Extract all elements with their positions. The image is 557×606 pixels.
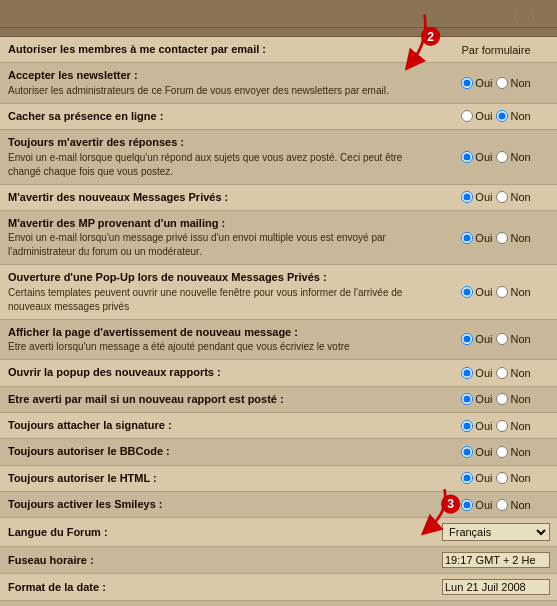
radio-oui-bbcode[interactable] — [461, 446, 473, 458]
table-row: Fuseau horaire : — [0, 547, 557, 574]
input-fuseau[interactable] — [442, 552, 550, 568]
radio-non-label[interactable]: Non — [496, 191, 530, 203]
radio-oui-html[interactable] — [461, 472, 473, 484]
radio-oui-label[interactable]: Oui — [461, 191, 492, 203]
table-row: Format de la date : — [0, 574, 557, 601]
label-main: Afficher la page d'avertissement de nouv… — [8, 325, 427, 340]
label-main: Toujours autoriser le BBCode : — [8, 444, 427, 459]
pref-label-smileys: Toujours activer les Smileys : — [0, 492, 435, 518]
radio-oui-label[interactable]: Oui — [461, 151, 492, 163]
radio-non-label[interactable]: Non — [496, 472, 530, 484]
radio-non-label[interactable]: Non — [496, 333, 530, 345]
label-main: Cacher sa présence en ligne : — [8, 109, 427, 124]
radio-non-newsletter[interactable] — [496, 77, 508, 89]
radio-oui-label[interactable]: Oui — [461, 110, 492, 122]
table-row: Toujours activer les Smileys :OuiNon — [0, 492, 557, 518]
label-main: Fuseau horaire : — [8, 553, 427, 568]
radio-oui-label[interactable]: Oui — [461, 472, 492, 484]
radio-non-html[interactable] — [496, 472, 508, 484]
radio-non-presence[interactable] — [496, 110, 508, 122]
radio-non-popup-rapports[interactable] — [496, 367, 508, 379]
radio-group-mp-messages: OuiNon — [439, 191, 553, 203]
radio-oui-label[interactable]: Oui — [461, 499, 492, 511]
radio-group-bbcode: OuiNon — [439, 446, 553, 458]
radio-oui-label[interactable]: Oui — [461, 286, 492, 298]
radio-oui-label[interactable]: Oui — [461, 420, 492, 432]
pref-label-mp-mailing: M'avertir des MP provenant d'un mailing … — [0, 210, 435, 264]
radio-oui-avertissement-message[interactable] — [461, 333, 473, 345]
table-row: Autoriser les membres à me contacter par… — [0, 37, 557, 63]
pref-options-mail-rapport: OuiNon — [435, 386, 557, 412]
radio-oui-smileys[interactable] — [461, 499, 473, 511]
radio-oui-label[interactable]: Oui — [461, 393, 492, 405]
radio-oui-popup-rapports[interactable] — [461, 367, 473, 379]
radio-oui-presence[interactable] — [461, 110, 473, 122]
pref-label-presence: Cacher sa présence en ligne : — [0, 103, 435, 129]
radio-non-label[interactable]: Non — [496, 232, 530, 244]
radio-non-mp-mailing[interactable] — [496, 232, 508, 244]
radio-oui-avertir-reponses[interactable] — [461, 151, 473, 163]
radio-oui-mp-mailing[interactable] — [461, 232, 473, 244]
pref-label-format-date: Format de la date : — [0, 574, 435, 601]
pref-label-newsletter: Accepter les newsletter :Autoriser les a… — [0, 63, 435, 103]
table-row: Toujours m'avertir des réponses :Envoi u… — [0, 130, 557, 184]
pref-options-mp-mailing: OuiNon — [435, 210, 557, 264]
radio-non-label[interactable]: Non — [496, 420, 530, 432]
radio-oui-label[interactable]: Oui — [461, 367, 492, 379]
preferences-table: Autoriser les membres à me contacter par… — [0, 37, 557, 601]
pref-label-fuseau: Fuseau horaire : — [0, 547, 435, 574]
radio-group-presence: OuiNon — [439, 110, 553, 122]
radio-non-label[interactable]: Non — [496, 393, 530, 405]
radio-oui-label[interactable]: Oui — [461, 232, 492, 244]
table-row: Ouverture d'une Pop-Up lors de nouveaux … — [0, 265, 557, 319]
nav-signature[interactable] — [537, 12, 549, 16]
pref-options-format-date — [435, 574, 557, 601]
radio-non-avertissement-message[interactable] — [496, 333, 508, 345]
label-sub: Envoi un e-mail lorsqu'un message privé … — [8, 231, 427, 259]
pref-options-popup-mp: OuiNon — [435, 265, 557, 319]
pref-label-mp-messages: M'avertir des nouveaux Messages Privés : — [0, 184, 435, 210]
radio-oui-label[interactable]: Oui — [461, 333, 492, 345]
select-langue[interactable]: FrançaisEnglish — [442, 523, 550, 541]
radio-non-label[interactable]: Non — [496, 77, 530, 89]
label-main: Accepter les newsletter : — [8, 68, 427, 83]
radio-oui-newsletter[interactable] — [461, 77, 473, 89]
radio-oui-mail-rapport[interactable] — [461, 393, 473, 405]
nav-preferences[interactable] — [518, 12, 530, 16]
label-sub: Etre averti lorsqu'un message a été ajou… — [8, 340, 427, 354]
radio-non-label[interactable]: Non — [496, 499, 530, 511]
radio-non-avertir-reponses[interactable] — [496, 151, 508, 163]
table-row: Toujours attacher la signature :OuiNon — [0, 412, 557, 438]
pref-label-avertissement-message: Afficher la page d'avertissement de nouv… — [0, 319, 435, 359]
radio-oui-label[interactable]: Oui — [461, 77, 492, 89]
radio-non-label[interactable]: Non — [496, 286, 530, 298]
pref-label-signature: Toujours attacher la signature : — [0, 412, 435, 438]
radio-oui-signature[interactable] — [461, 420, 473, 432]
label-main: Toujours m'avertir des réponses : — [8, 135, 427, 150]
radio-non-label[interactable]: Non — [496, 110, 530, 122]
radio-oui-label[interactable]: Oui — [461, 446, 492, 458]
radio-non-popup-mp[interactable] — [496, 286, 508, 298]
nav-sep-2: | — [532, 8, 535, 20]
radio-non-smileys[interactable] — [496, 499, 508, 511]
radio-non-label[interactable]: Non — [496, 446, 530, 458]
radio-non-label[interactable]: Non — [496, 151, 530, 163]
radio-non-mail-rapport[interactable] — [496, 393, 508, 405]
radio-group-mail-rapport: OuiNon — [439, 393, 553, 405]
radio-group-newsletter: OuiNon — [439, 77, 553, 89]
table-row: Ouvrir la popup des nouveaux rapports :O… — [0, 360, 557, 386]
radio-oui-popup-mp[interactable] — [461, 286, 473, 298]
radio-oui-mp-messages[interactable] — [461, 191, 473, 203]
label-sub: Envoi un e-mail lorsque quelqu'un répond… — [8, 151, 427, 179]
radio-non-bbcode[interactable] — [496, 446, 508, 458]
pref-label-langue: Langue du Forum : — [0, 518, 435, 547]
pref-options-newsletter: OuiNon — [435, 63, 557, 103]
nav-informations[interactable] — [499, 12, 511, 16]
input-format-date[interactable] — [442, 579, 550, 595]
radio-non-signature[interactable] — [496, 420, 508, 432]
radio-non-label[interactable]: Non — [496, 367, 530, 379]
pref-label-mail-rapport: Etre averti par mail si un nouveau rappo… — [0, 386, 435, 412]
pref-label-avertir-reponses: Toujours m'avertir des réponses :Envoi u… — [0, 130, 435, 184]
radio-non-mp-messages[interactable] — [496, 191, 508, 203]
top-navigation: | | — [0, 0, 557, 28]
